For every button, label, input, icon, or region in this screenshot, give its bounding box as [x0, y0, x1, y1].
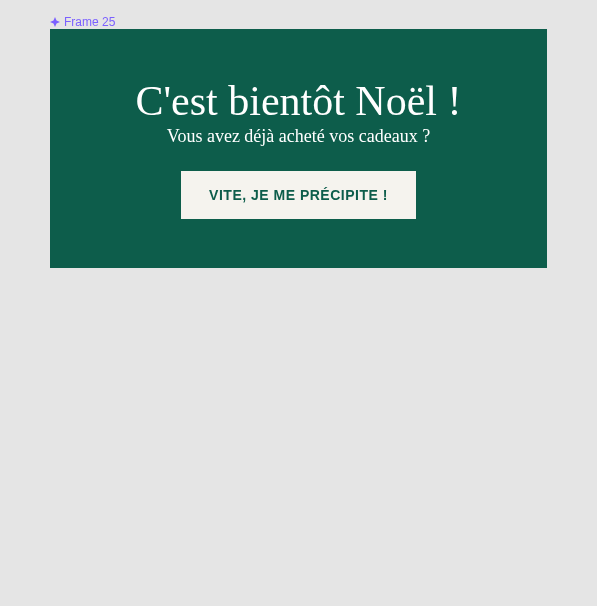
- banner-title: C'est bientôt Noël !: [135, 78, 461, 124]
- frame-label[interactable]: Frame 25: [50, 15, 115, 29]
- cta-button[interactable]: VITE, JE ME PRÉCIPITE !: [181, 171, 416, 219]
- frame-label-text: Frame 25: [64, 15, 115, 29]
- component-icon: [50, 17, 60, 27]
- banner-frame: C'est bientôt Noël ! Vous avez déjà ache…: [50, 29, 547, 268]
- banner-subtitle: Vous avez déjà acheté vos cadeaux ?: [167, 126, 431, 147]
